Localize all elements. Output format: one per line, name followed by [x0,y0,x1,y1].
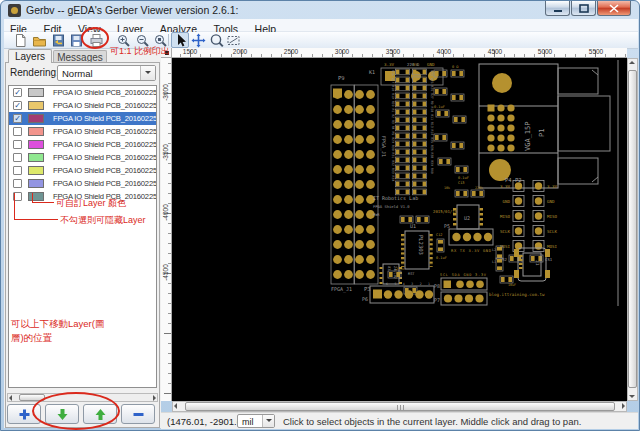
close-button[interactable] [597,1,631,16]
pcb-connector-p8: SCL SDA GND 3.3V P8 [434,273,487,290]
layer-color-swatch[interactable] [28,127,44,136]
scroll-left-icon[interactable] [9,395,12,401]
pcb-connector-p6: P6 6 5 4 3 2 1 [362,282,434,303]
title-bar: Gerbv -- gEDA's Gerber Viewer version 2.… [1,1,639,19]
svg-text:MOSI: MOSI [547,244,558,249]
svg-text:U2: U2 [464,215,470,221]
units-value: mil [242,417,254,427]
svg-text:FPGA Shield V1.0: FPGA Shield V1.0 [373,204,410,209]
move-annotation-note-line1: 可以上下移動Layer(圖 [11,318,104,331]
rendering-value: Normal [62,68,93,79]
layer-row[interactable]: ✓ FPGA IO Shield PCB_20160225- [9,86,156,99]
svg-text:GND: GND [502,199,510,204]
svg-text:0.1uF: 0.1uF [458,176,469,180]
units-combobox[interactable]: mil [237,414,275,428]
layer-row-selected[interactable]: ✓ FPGA IO Shield PCB_20160225- [9,112,156,125]
measure-tool-button[interactable] [224,32,242,48]
scroll-down-icon[interactable] [629,395,635,398]
pan-tool-button[interactable] [189,32,207,48]
svg-text:RST: RST [408,272,415,276]
minimize-button[interactable] [545,1,570,16]
pcb-vga-connector: VGA_15P P1 [479,64,610,188]
layer-visibility-checkbox[interactable] [13,140,22,149]
maximize-button[interactable] [571,1,596,16]
pcb-canvas[interactable]: K1 3.3V 5V GND P9 FPGA_J1 FPGA_J1 P3 [172,58,627,401]
scroll-right-icon[interactable] [622,403,625,409]
open-button[interactable] [30,32,48,48]
layer-color-swatch[interactable] [28,101,44,110]
tab-layers[interactable]: Layers [8,49,52,63]
layer-visibility-checkbox[interactable] [13,166,22,175]
layer-visibility-checkbox[interactable]: ✓ [13,88,22,97]
layer-color-swatch[interactable] [28,179,44,188]
rendering-combobox[interactable]: Normal [57,65,156,81]
pcb-usb-j1: L2 L1 10uF J1 [492,246,550,287]
ruler-label: 1500 [178,48,202,55]
layer-color-swatch[interactable] [28,114,44,123]
layer-color-swatch[interactable] [28,88,44,97]
svg-text:220 Ω: 220 Ω [407,62,420,67]
remove-layer-button[interactable] [121,404,155,424]
move-annotation-note-line2: 層)的位置 [11,332,52,345]
pcb-drawing: K1 3.3V 5V GND P9 FPGA_J1 FPGA_J1 P3 [172,58,627,401]
layer-row[interactable]: FPGA IO Shield PCB_20160225- [9,151,156,164]
units-dropdown-button[interactable] [262,415,274,427]
layer-row[interactable]: FPGA IO Shield PCB_20160225- [9,125,156,138]
horizontal-ruler: 1500 2000 2500 3000 3500 4000 4500 5000 … [172,48,627,58]
rendering-label: Rendering: [10,67,59,78]
layer-label: FPGA IO Shield PCB_20160225- [53,140,157,149]
svg-text:P9: P9 [338,75,345,81]
layer-visibility-checkbox[interactable] [13,127,22,136]
magnifier-icon [209,33,224,48]
zoom-tool-button[interactable] [207,32,225,48]
chevron-down-icon [266,419,272,422]
new-button[interactable] [11,32,29,48]
layer-row[interactable]: FPGA IO Shield PCB_20160225- [9,164,156,177]
scroll-right-icon[interactable] [153,395,156,401]
layer-visibility-checkbox[interactable] [13,179,22,188]
revert-icon [51,33,66,48]
pcb-connector-p9-fpga-j1: P9 FPGA_J1 FPGA_J1 P3 [331,75,387,293]
layer-label: FPGA IO Shield PCB_20160225.r [53,179,157,188]
layer-color-swatch[interactable] [28,140,44,149]
layer-row[interactable]: FPGA IO Shield PCB_20160225- [9,138,156,151]
pcb-smd-components: 0 Ω 0.1uF [434,65,468,173]
layer-label: FPGA IO Shield PCB_20160225- [53,114,157,123]
layer-row[interactable]: ✓ FPGA IO Shield PCB_20160225- [9,99,156,112]
scrollbar-thumb[interactable] [628,70,637,388]
scroll-up-icon[interactable] [629,61,635,64]
svg-text:220k: 220k [475,186,483,190]
app-icon[interactable] [8,4,21,17]
layer-visibility-checkbox[interactable]: ✓ [13,101,22,110]
svg-text:P8: P8 [434,283,440,289]
canvas-horizontal-scrollbar[interactable] [172,401,627,412]
pcb-ic-u1-pl2303: U1 PL2303 RST [401,223,433,276]
ruler-label: -4500 [162,258,169,288]
layer-visibility-checkbox[interactable]: ✓ [13,114,22,123]
svg-text:U1: U1 [410,223,416,229]
revert-button[interactable] [49,32,67,48]
layer-row[interactable]: FPGA IO Shield PCB_20160225.r [9,177,156,190]
svg-text:3.3V: 3.3V [500,184,511,189]
pointer-tool-button[interactable] [171,32,189,48]
layer-color-swatch[interactable] [28,153,44,162]
scrollbar-thumb[interactable] [185,402,615,411]
new-file-icon [13,33,28,48]
scroll-left-icon[interactable] [174,403,177,409]
svg-text:P6: P6 [362,296,368,302]
svg-text:C12: C12 [436,233,443,237]
svg-text:2.2k: 2.2k [396,267,404,271]
rendering-dropdown-button[interactable] [140,66,155,80]
measure-icon [226,33,241,48]
svg-text:0.1uF: 0.1uF [434,105,445,109]
svg-text:PWR: PWR [373,213,380,217]
window-title: Gerbv -- gEDA's Gerber Viewer version 2.… [26,4,238,16]
move-buttons-annotation-circle [32,392,120,430]
layer-color-swatch[interactable] [28,166,44,175]
layer-visibility-checkbox[interactable] [13,153,22,162]
status-hint: Click to select objects in the current l… [283,416,581,427]
layer-label: FPGA IO Shield PCB_20160225- [53,153,157,162]
canvas-vertical-scrollbar[interactable] [627,58,638,401]
ruler-label: 5500 [584,48,608,55]
svg-text:SCLK: SCLK [547,229,558,234]
